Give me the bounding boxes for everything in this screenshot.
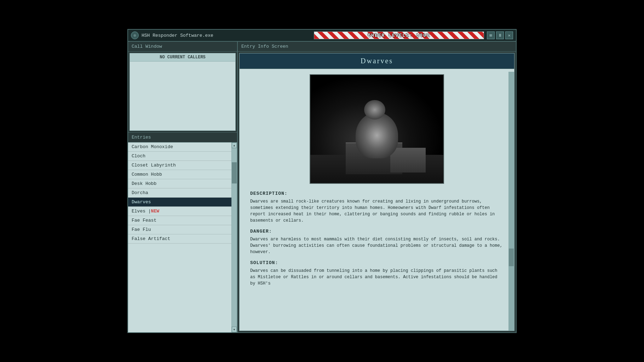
list-item[interactable]: Dorcha [128,188,231,198]
entry-body: DESCRIPTION: Dwarves are small rock-like… [240,69,514,328]
cheer-bar: CHEER LEVELS: 100% [314,31,484,39]
scrollbar-track [232,148,237,327]
entry-info-header: Entry Info Screen [238,42,516,52]
list-item[interactable]: Desk Hobb [128,179,231,188]
scrollbar-thumb [232,162,237,183]
entries-list-container: Carbon Monoxide Cloch Closet Labyrinth C… [128,142,237,332]
list-item[interactable]: Fae Feast [128,216,231,225]
app-title: HSH Responder Software.exe [142,33,311,38]
description-label: DESCRIPTION: [250,191,504,196]
solution-text: Dwarves can be dissuaded from tunneling … [250,268,504,287]
list-item-dwarves[interactable]: Dwarves [128,198,231,207]
call-list-area [130,62,235,130]
danger-label: DANGER: [250,229,504,234]
entries-scrollbar[interactable]: ▲ ▼ [231,142,237,332]
call-window-header: Call Window [128,42,237,52]
entry-image [310,74,444,184]
scroll-down-button[interactable]: ▼ [232,327,237,332]
entry-info-content: Dwarves [239,53,514,331]
close-button[interactable]: ✕ [505,31,513,39]
main-content: Call Window NO CURRENT CALLERS Entries C… [128,42,516,332]
pause-button[interactable]: ⏸ [496,31,504,39]
list-item-closet-labyrinth[interactable]: Closet Labyrinth [128,161,231,170]
list-item[interactable]: Common Hobb [128,170,231,179]
list-item-elves[interactable]: Elves |NEW [128,207,231,216]
title-bar: ◎ HSH Responder Software.exe CHEER LEVEL… [128,30,516,42]
danger-text: Dwarves are harmless to most mammals wit… [250,236,504,255]
app-window: ◎ HSH Responder Software.exe CHEER LEVEL… [127,29,517,333]
window-controls: ⊞ ⏸ ✕ [487,31,513,39]
list-item[interactable]: Carbon Monoxide [128,142,231,152]
new-badge: NEW [151,209,159,214]
solution-label: SOLUTION: [250,260,504,265]
app-logo-icon: ◎ [131,31,139,39]
entry-scrollbar-thumb [509,249,514,266]
call-window-area: NO CURRENT CALLERS [130,53,236,131]
entry-scrollbar[interactable] [508,72,514,331]
entry-title: Dwarves [361,57,393,65]
list-item[interactable]: Fae Flu [128,225,231,234]
list-item[interactable]: False Artifact [128,234,231,244]
no-callers-text: NO CURRENT CALLERS [130,53,235,62]
entry-title-bar: Dwarves [240,53,514,69]
scroll-up-button[interactable]: ▲ [232,142,237,148]
entries-list: Carbon Monoxide Cloch Closet Labyrinth C… [128,142,231,332]
left-panel: Call Window NO CURRENT CALLERS Entries C… [128,42,238,332]
cheer-level-text: CHEER LEVELS: 100% [368,33,430,38]
description-text: Dwarves are small rock-like creatures kn… [250,198,504,224]
entries-header: Entries [128,132,237,142]
list-item[interactable]: Cloch [128,152,231,161]
right-panel: Entry Info Screen Dwarves [238,42,516,332]
entry-image-inner [310,75,443,183]
grid-button[interactable]: ⊞ [487,31,495,39]
